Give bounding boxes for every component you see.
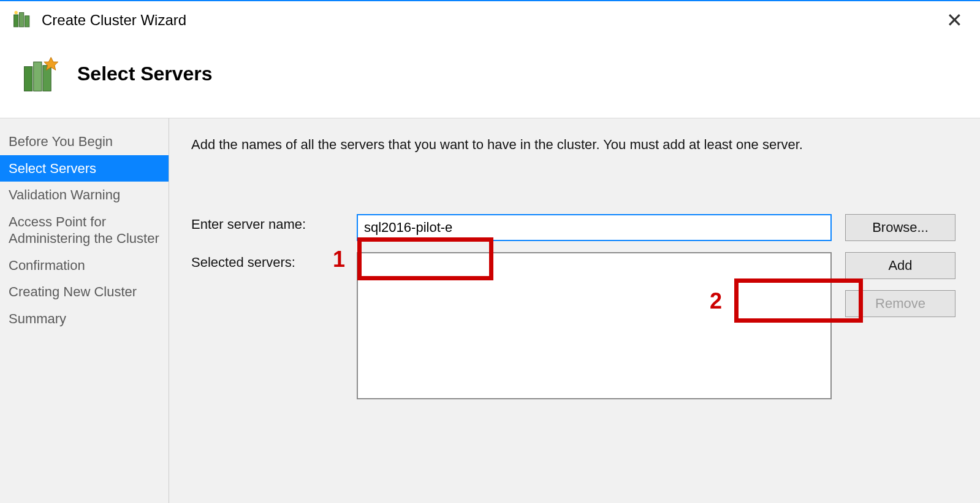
svg-rect-0 [14, 15, 18, 27]
selected-servers-label: Selected servers: [191, 252, 357, 271]
instruction-text: Add the names of all the servers that yo… [191, 137, 955, 153]
sidebar-item-confirmation[interactable]: Confirmation [0, 252, 169, 279]
sidebar-item-before-you-begin[interactable]: Before You Begin [0, 128, 169, 155]
sidebar-item-validation-warning[interactable]: Validation Warning [0, 182, 169, 209]
close-button[interactable]: ✕ [936, 5, 973, 36]
select-servers-icon [18, 50, 65, 97]
titlebar: Create Cluster Wizard ✕ [0, 1, 980, 38]
sidebar-item-creating-new-cluster[interactable]: Creating New Cluster [0, 278, 169, 305]
wizard-body: Before You Begin Select Servers Validati… [0, 118, 980, 503]
wizard-main-panel: Add the names of all the servers that yo… [169, 118, 980, 503]
server-name-input[interactable] [357, 214, 832, 241]
selected-servers-listbox[interactable] [357, 252, 832, 399]
page-title: Select Servers [77, 63, 213, 85]
svg-rect-1 [20, 12, 24, 26]
remove-button: Remove [845, 290, 955, 317]
wizard-header: Select Servers [0, 38, 980, 118]
cluster-wizard-icon [11, 9, 34, 31]
browse-button[interactable]: Browse... [845, 214, 955, 241]
server-name-label: Enter server name: [191, 214, 357, 232]
server-name-row: Enter server name: Browse... [191, 214, 955, 241]
svg-rect-5 [34, 62, 42, 91]
svg-rect-4 [25, 67, 32, 91]
sidebar-item-access-point[interactable]: Access Point for Administering the Clust… [0, 209, 169, 252]
svg-point-3 [15, 11, 18, 14]
sidebar-item-summary[interactable]: Summary [0, 305, 169, 332]
sidebar-item-select-servers[interactable]: Select Servers [0, 155, 169, 182]
add-button[interactable]: Add [845, 252, 955, 279]
svg-rect-2 [25, 16, 29, 27]
selected-servers-row: Selected servers: Add Remove [191, 252, 955, 399]
window-title: Create Cluster Wizard [42, 12, 186, 29]
wizard-steps-sidebar: Before You Begin Select Servers Validati… [0, 118, 169, 503]
